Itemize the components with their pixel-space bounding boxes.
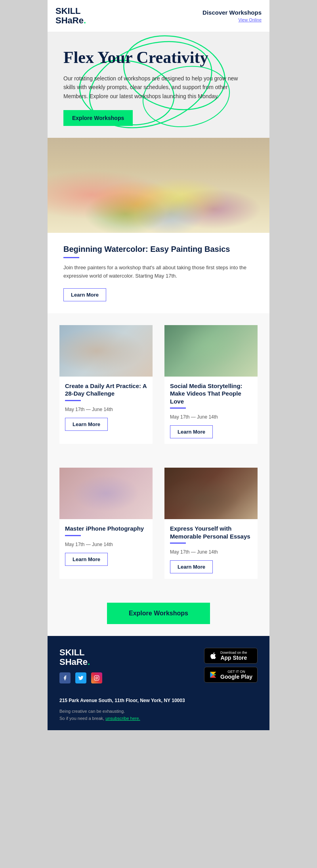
google-play-main: Google Play	[220, 674, 252, 680]
workshop-card-4-cta[interactable]: Learn More	[170, 560, 213, 573]
workshops-row-2: Master iPhone Photography May 17th — Jun…	[48, 456, 269, 591]
view-online-link[interactable]: View Online	[239, 17, 262, 22]
hero-description: Our rotating selection of workshops are …	[63, 74, 246, 101]
header: SKILL SHaRe. Discover Workshops View Onl…	[48, 0, 269, 32]
workshop-card-3-divider	[65, 535, 81, 536]
social-icons	[59, 672, 102, 683]
app-store-sub: Download on the	[220, 651, 247, 655]
workshop-card-2-image	[164, 325, 258, 377]
footer-right: Download on the App Store GET IT ON Goog…	[204, 648, 258, 683]
footer-logo-dot: .	[88, 657, 90, 667]
featured-workshop-title: Beginning Watercolor: Easy Painting Basi…	[63, 245, 254, 254]
workshop-card-4: Express Yourself with Memorable Personal…	[164, 468, 258, 579]
workshop-card-2: Social Media Storytelling: Make Videos T…	[164, 325, 258, 444]
workshops-row-1: Create a Daily Art Practice: A 28-Day Ch…	[48, 313, 269, 456]
workshop-card-2-divider	[170, 407, 186, 409]
discover-workshops-link[interactable]: Discover Workshops	[202, 9, 262, 16]
hero-section: Flex Your Creativity Our rotating select…	[48, 32, 269, 138]
hero-title: Flex Your Creativity	[63, 48, 254, 67]
workshop-card-3-cta[interactable]: Learn More	[65, 553, 108, 566]
workshop-card-2-cta[interactable]: Learn More	[170, 425, 213, 438]
logo-line2: SHaRe	[55, 15, 84, 25]
workshop-card-1-divider	[65, 400, 81, 401]
workshop-card-3-image	[59, 468, 153, 519]
workshop-card-4-title: Express Yourself with Memorable Personal…	[170, 525, 252, 540]
workshop-card-2-title: Social Media Storytelling: Make Videos T…	[170, 382, 252, 405]
footer-logo-line2: SHaRe	[59, 657, 88, 667]
logo-dot: .	[84, 15, 86, 25]
footer-bottom: 215 Park Avenue South, 11th Floor, New Y…	[59, 698, 258, 722]
unsubscribe-link[interactable]: unsubscribe here.	[105, 716, 140, 721]
workshop-card-3-title: Master iPhone Photography	[65, 525, 147, 533]
workshop-card-4-date: May 17th — June 14th	[170, 549, 252, 555]
google-play-text: GET IT ON Google Play	[220, 670, 252, 680]
workshop-card-2-body: Social Media Storytelling: Make Videos T…	[164, 377, 258, 444]
footer-unsub: Being creative can be exhausting. So if …	[59, 708, 258, 722]
google-play-button[interactable]: GET IT ON Google Play	[204, 667, 258, 683]
twitter-icon[interactable]	[75, 672, 86, 683]
featured-workshop-cta[interactable]: Learn More	[63, 288, 106, 301]
logo: SKILL SHaRe.	[55, 6, 86, 25]
app-store-main: App Store	[220, 655, 247, 661]
workshop-card-1-body: Create a Daily Art Practice: A 28-Day Ch…	[59, 377, 153, 436]
logo-line1: SKILL	[55, 6, 81, 16]
featured-workshop-section: Beginning Watercolor: Easy Painting Basi…	[48, 233, 269, 313]
footer-unsub-line2: So if you need a break,	[59, 716, 104, 721]
workshop-card-1: Create a Daily Art Practice: A 28-Day Ch…	[59, 325, 153, 444]
apple-icon	[209, 652, 217, 660]
workshop-card-3-date: May 17th — June 14th	[65, 542, 147, 547]
cta-section: Explore Workshops	[48, 591, 269, 636]
instagram-icon[interactable]	[91, 672, 102, 683]
bottom-cta-button[interactable]: Explore Workshops	[107, 603, 210, 624]
footer-logo-line1: SKILL	[59, 647, 85, 657]
footer-address: 215 Park Avenue South, 11th Floor, New Y…	[59, 698, 258, 703]
hero-cta-button[interactable]: Explore Workshops	[63, 110, 133, 126]
workshop-card-4-image	[164, 468, 258, 519]
google-play-sub: GET IT ON	[220, 670, 252, 674]
facebook-icon[interactable]	[59, 672, 71, 683]
google-play-icon	[209, 671, 217, 679]
svg-point-6	[98, 677, 98, 677]
workshop-card-1-title: Create a Daily Art Practice: A 28-Day Ch…	[65, 382, 147, 398]
footer-unsub-line1: Being creative can be exhausting.	[59, 709, 125, 714]
footer-top-row: SKILL SHaRe.	[59, 648, 258, 690]
footer-left: SKILL SHaRe.	[59, 648, 102, 690]
workshop-card-1-date: May 17th — June 14th	[65, 407, 147, 412]
workshop-card-4-divider	[170, 542, 186, 544]
workshop-card-3-body: Master iPhone Photography May 17th — Jun…	[59, 519, 153, 571]
app-store-button[interactable]: Download on the App Store	[204, 648, 258, 664]
workshop-card-3: Master iPhone Photography May 17th — Jun…	[59, 468, 153, 579]
footer-logo: SKILL SHaRe.	[59, 648, 102, 667]
workshop-card-2-date: May 17th — June 14th	[170, 414, 252, 420]
app-store-text: Download on the App Store	[220, 651, 247, 661]
svg-point-5	[96, 677, 98, 679]
workshop-card-1-image	[59, 325, 153, 377]
footer: SKILL SHaRe.	[48, 636, 269, 730]
feature-image	[48, 138, 269, 233]
nav-right: Discover Workshops View Online	[202, 9, 262, 23]
svg-rect-4	[94, 676, 99, 681]
workshop-card-4-body: Express Yourself with Memorable Personal…	[164, 519, 258, 579]
featured-workshop-description: Join three painters for a workshop that'…	[63, 264, 254, 280]
featured-workshop-divider	[63, 257, 79, 258]
workshop-card-1-cta[interactable]: Learn More	[65, 418, 108, 431]
